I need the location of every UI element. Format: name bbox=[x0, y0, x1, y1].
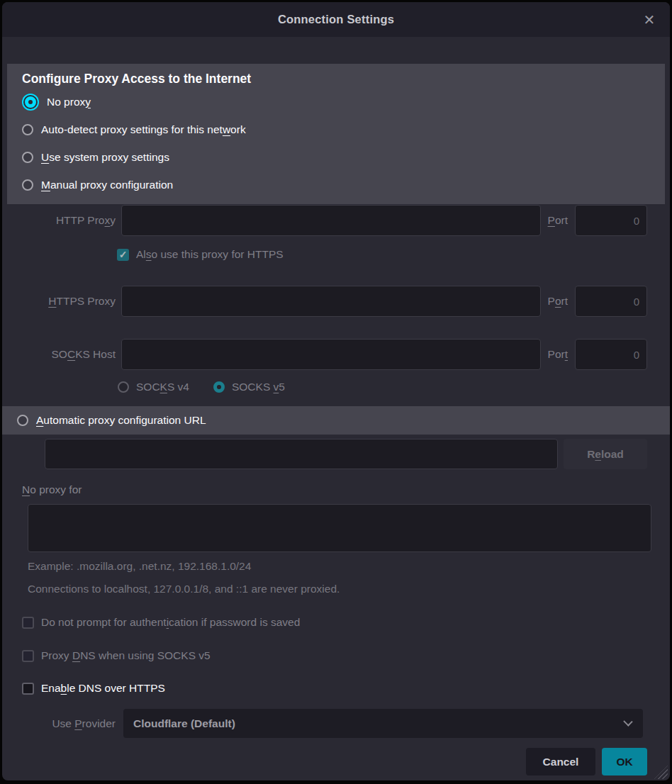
checkbox-no-prompt-auth: Do not prompt for authentication if pass… bbox=[22, 615, 670, 629]
chevron-down-icon bbox=[623, 717, 632, 726]
provider-row: Use Provider Cloudflare (Default) bbox=[2, 709, 643, 738]
https-proxy-label: HTTPS Proxy bbox=[2, 295, 116, 308]
no-prompt-auth-label: Do not prompt for authentication if pass… bbox=[41, 616, 300, 629]
radio-system-proxy[interactable]: Use system proxy settings bbox=[7, 143, 665, 171]
http-proxy-input bbox=[121, 205, 541, 236]
provider-select: Cloudflare (Default) bbox=[123, 709, 643, 738]
no-proxy-for-textarea bbox=[28, 504, 651, 552]
socks-v5-label: SOCKS v5 bbox=[232, 381, 285, 393]
checkbox-unchecked-icon bbox=[22, 683, 34, 695]
connection-settings-dialog: Connection Settings ✕ Configure Proxy Ac… bbox=[2, 2, 670, 780]
radio-selected-icon bbox=[25, 96, 36, 108]
radio-auto-url[interactable]: Automatic proxy configuration URL bbox=[2, 406, 670, 435]
checkbox-enable-doh[interactable]: Enable DNS over HTTPS bbox=[22, 681, 670, 695]
proxy-mode-panel: Configure Proxy Access to the Internet N… bbox=[7, 64, 665, 204]
proxy-dns-label: Proxy DNS when using SOCKS v5 bbox=[41, 649, 211, 662]
socks-host-row: SOCKS Host Port bbox=[2, 339, 647, 370]
radio-manual-proxy[interactable]: Manual proxy configuration bbox=[7, 171, 665, 198]
dialog-titlebar: Connection Settings ✕ bbox=[2, 2, 670, 37]
http-proxy-row: HTTP Proxy Port bbox=[2, 205, 647, 236]
radio-socks-v5-icon bbox=[213, 381, 225, 393]
http-port-label: Port bbox=[548, 214, 568, 227]
auto-url-row: Reload bbox=[45, 439, 647, 469]
checkbox-unchecked-icon bbox=[22, 617, 34, 629]
screen: Connection Settings ✕ Configure Proxy Ac… bbox=[0, 0, 672, 784]
auto-url-label: Automatic proxy configuration URL bbox=[36, 414, 206, 427]
socks-version-row: SOCKS v4 SOCKS v5 bbox=[118, 379, 670, 395]
socks-v4-label: SOCKS v4 bbox=[136, 381, 189, 393]
ok-button[interactable]: OK bbox=[602, 748, 647, 775]
socks-port-label: Port bbox=[548, 348, 568, 361]
radio-system-proxy-label: Use system proxy settings bbox=[41, 151, 169, 164]
localhost-note-text: Connections to localhost, 127.0.0.1/8, a… bbox=[28, 583, 670, 595]
https-proxy-input bbox=[121, 286, 541, 317]
dialog-title: Connection Settings bbox=[278, 13, 394, 26]
radio-manual-proxy-label: Manual proxy configuration bbox=[41, 179, 173, 191]
close-icon[interactable]: ✕ bbox=[640, 11, 659, 29]
cancel-button[interactable]: Cancel bbox=[526, 748, 595, 775]
https-port-input bbox=[575, 286, 647, 317]
radio-socks-v4-icon bbox=[118, 381, 129, 393]
radio-auto-detect-label: Auto-detect proxy settings for this netw… bbox=[41, 123, 246, 136]
enable-doh-label: Enable DNS over HTTPS bbox=[41, 682, 165, 695]
no-proxy-example-text: Example: .mozilla.org, .net.nz, 192.168.… bbox=[28, 560, 670, 573]
no-proxy-for-label: No proxy for bbox=[22, 483, 670, 498]
radio-unselected-icon bbox=[22, 152, 33, 163]
panel-heading: Configure Proxy Access to the Internet bbox=[7, 72, 665, 88]
socks-host-input bbox=[121, 339, 541, 370]
radio-auto-detect[interactable]: Auto-detect proxy settings for this netw… bbox=[7, 116, 665, 143]
provider-select-value: Cloudflare (Default) bbox=[133, 717, 235, 730]
use-provider-label: Use Provider bbox=[2, 717, 116, 730]
socks-host-label: SOCKS Host bbox=[2, 348, 116, 361]
checkbox-checked-icon: ✓ bbox=[117, 249, 129, 261]
https-proxy-row: HTTPS Proxy Port bbox=[2, 286, 647, 317]
also-https-label: Also use this proxy for HTTPS bbox=[136, 248, 284, 261]
auto-url-input bbox=[45, 439, 558, 469]
reload-button: Reload bbox=[564, 439, 647, 469]
radio-unselected-icon bbox=[22, 124, 33, 135]
http-port-input bbox=[575, 205, 647, 236]
dialog-footer: Cancel OK bbox=[2, 748, 647, 775]
radio-unselected-icon bbox=[17, 415, 28, 426]
radio-no-proxy-label: No proxy bbox=[47, 96, 91, 108]
socks-port-input bbox=[575, 339, 647, 370]
https-port-label: Port bbox=[548, 295, 568, 308]
radio-unselected-icon bbox=[22, 179, 33, 191]
checkbox-unchecked-icon bbox=[22, 650, 34, 662]
also-https-row: ✓ Also use this proxy for HTTPS bbox=[117, 247, 670, 262]
http-proxy-label: HTTP Proxy bbox=[2, 214, 116, 227]
resize-grip[interactable] bbox=[654, 766, 668, 779]
checkbox-proxy-dns: Proxy DNS when using SOCKS v5 bbox=[22, 649, 670, 663]
radio-no-proxy[interactable]: No proxy bbox=[7, 88, 665, 116]
